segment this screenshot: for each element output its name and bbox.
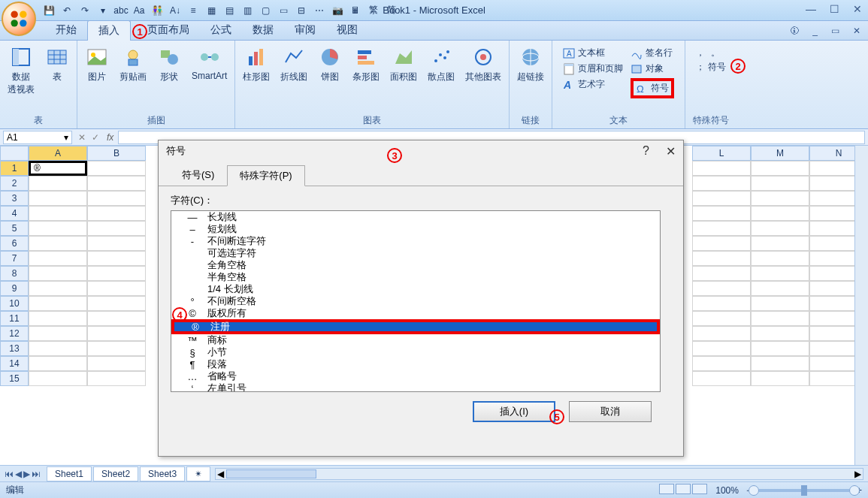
cell[interactable] xyxy=(29,176,87,191)
qat-item[interactable]: ⋯ xyxy=(313,4,326,17)
other-chart-button[interactable]: 其他图表 xyxy=(462,44,504,85)
cell[interactable] xyxy=(751,161,809,176)
line-chart-button[interactable]: 折线图 xyxy=(277,44,310,85)
qat-item[interactable]: ▥ xyxy=(240,4,254,17)
clipart-button[interactable]: 剪贴画 xyxy=(116,44,150,85)
cell[interactable] xyxy=(29,326,87,341)
cell[interactable] xyxy=(87,371,146,386)
textbox-button[interactable]: A文本框 xyxy=(563,47,623,59)
maximize-icon[interactable]: ☐ xyxy=(830,3,839,15)
sheet-tab-3[interactable]: Sheet3 xyxy=(140,466,185,481)
row-header[interactable]: 11 xyxy=(0,311,29,326)
cell[interactable] xyxy=(751,341,809,356)
cell[interactable] xyxy=(751,371,809,386)
select-all-corner[interactable] xyxy=(0,146,29,161)
row-header[interactable]: 10 xyxy=(0,296,29,311)
cell[interactable] xyxy=(87,206,146,221)
cell[interactable] xyxy=(87,341,146,356)
close-workbook-icon[interactable]: ✕ xyxy=(853,26,860,36)
dialog-help-icon[interactable]: ? xyxy=(643,144,649,158)
restore-window-icon[interactable]: ▭ xyxy=(831,26,839,36)
cell[interactable] xyxy=(29,341,87,356)
shapes-button[interactable]: 形状 xyxy=(154,44,184,85)
cell[interactable] xyxy=(751,326,809,341)
new-sheet-icon[interactable]: ✴ xyxy=(186,466,210,481)
symbol-button[interactable]: Ω符号 xyxy=(631,78,674,98)
bar-chart-button[interactable]: 条形图 xyxy=(349,44,383,85)
col-header-m[interactable]: M xyxy=(751,146,809,161)
row-header[interactable]: 2 xyxy=(0,176,29,191)
qat-item[interactable]: abc xyxy=(114,4,128,17)
cell[interactable] xyxy=(692,296,751,311)
cell[interactable] xyxy=(751,176,809,191)
cell[interactable] xyxy=(692,356,751,371)
qat-item[interactable]: ▦ xyxy=(204,4,218,17)
cell[interactable] xyxy=(29,311,87,326)
cell[interactable] xyxy=(692,251,751,266)
view-buttons[interactable] xyxy=(658,484,708,496)
tab-formulas[interactable]: 公式 xyxy=(200,20,242,40)
pivottable-button[interactable]: 数据 透视表 xyxy=(5,44,38,98)
tab-view[interactable]: 视图 xyxy=(326,20,368,40)
cancel-icon[interactable]: ✕ xyxy=(75,132,89,143)
cell[interactable] xyxy=(87,251,146,266)
horizontal-scrollbar[interactable]: ◀ ▶ xyxy=(215,468,863,480)
qat-item[interactable]: 📷 xyxy=(331,4,344,17)
cell[interactable] xyxy=(692,341,751,356)
char-list-item[interactable]: °不间断空格 xyxy=(171,295,660,307)
cell[interactable] xyxy=(751,296,809,311)
cell[interactable] xyxy=(751,206,809,221)
dialog-close-icon[interactable]: ✕ xyxy=(666,144,676,158)
minimize-icon[interactable]: — xyxy=(806,3,816,15)
cell[interactable] xyxy=(751,236,809,251)
first-sheet-icon[interactable]: ⏮ xyxy=(5,469,14,479)
fx-icon[interactable]: fx xyxy=(102,132,118,143)
char-list-item[interactable]: –短划线 xyxy=(171,223,660,235)
cell[interactable] xyxy=(692,236,751,251)
cell[interactable] xyxy=(87,266,146,281)
char-list-item[interactable]: ¶段落 xyxy=(171,358,660,370)
redo-icon[interactable]: ↷ xyxy=(78,4,92,17)
smartart-button[interactable]: SmartArt xyxy=(189,44,230,83)
char-list[interactable]: —长划线–短划线-不间断连字符­可选连字符 全角空格 半角空格1/4 长划线°不… xyxy=(171,210,661,392)
cell[interactable] xyxy=(692,191,751,206)
headerfooter-button[interactable]: 页眉和页脚 xyxy=(563,62,623,75)
char-list-item[interactable]: 1/4 长划线 xyxy=(171,283,660,295)
char-list-item[interactable]: -不间断连字符 xyxy=(171,235,660,247)
row-header[interactable]: 3 xyxy=(0,191,29,206)
prev-sheet-icon[interactable]: ◀ xyxy=(15,469,22,479)
char-list-item[interactable]: ™商标 xyxy=(171,334,660,346)
row-header[interactable]: 8 xyxy=(0,266,29,281)
cell[interactable] xyxy=(87,326,146,341)
sp-comma[interactable]: ，。 xyxy=(696,47,726,59)
cell[interactable] xyxy=(692,371,751,386)
cell[interactable] xyxy=(29,236,87,251)
char-list-item[interactable]: 全角空格 xyxy=(171,259,660,271)
enter-icon[interactable]: ✓ xyxy=(89,132,102,143)
column-chart-button[interactable]: 柱形图 xyxy=(240,44,273,85)
qat-item[interactable]: ▭ xyxy=(277,4,290,17)
wordart-button[interactable]: A艺术字 xyxy=(563,78,623,91)
close-icon[interactable]: ✕ xyxy=(853,3,862,15)
char-list-item[interactable]: …省略号 xyxy=(171,370,660,382)
cell[interactable] xyxy=(692,221,751,236)
zoom-slider[interactable] xyxy=(759,489,849,492)
object-button[interactable]: 对象 xyxy=(631,62,674,75)
cell[interactable] xyxy=(29,281,87,296)
qat-item[interactable]: ⊟ xyxy=(295,4,308,17)
dialog-tab-special[interactable]: 特殊字符(P) xyxy=(227,165,304,186)
cell[interactable] xyxy=(751,191,809,206)
qat-item[interactable]: Aa xyxy=(132,4,146,17)
cell[interactable] xyxy=(692,311,751,326)
row-header[interactable]: 9 xyxy=(0,281,29,296)
row-header[interactable]: 4 xyxy=(0,206,29,221)
picture-button[interactable]: 图片 xyxy=(82,44,112,85)
qat-item[interactable]: 🖩 xyxy=(349,4,362,17)
cell[interactable] xyxy=(29,251,87,266)
cell[interactable] xyxy=(87,161,146,176)
cell[interactable] xyxy=(87,221,146,236)
char-list-item[interactable]: ­可选连字符 xyxy=(171,247,660,259)
cell[interactable]: ® xyxy=(29,161,87,176)
char-list-item[interactable]: ®注册 xyxy=(171,319,660,334)
cell[interactable] xyxy=(87,311,146,326)
